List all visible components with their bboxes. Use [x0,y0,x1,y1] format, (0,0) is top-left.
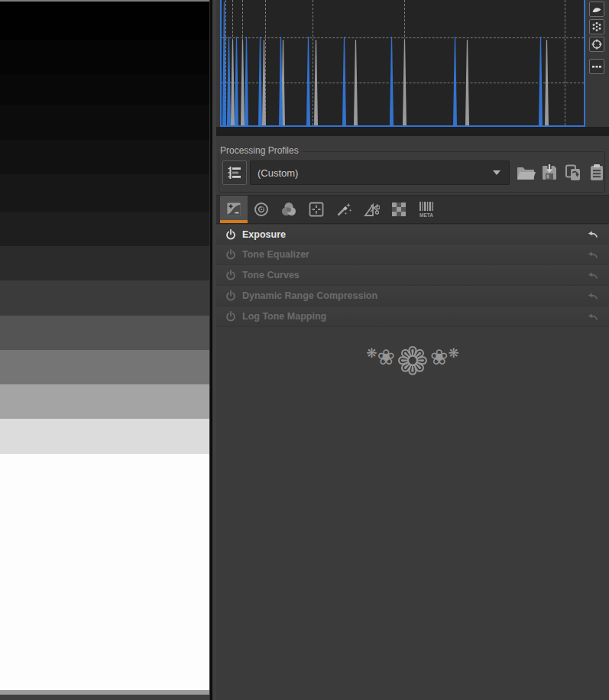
wedge-step [0,105,209,140]
histogram-gridline-vertical [565,0,565,125]
flower-glyph: ❀ [430,347,448,368]
flower-glyph: ❀ [377,347,395,368]
folder-icon [516,164,536,181]
panel-divider-groove[interactable] [210,0,212,700]
chroma-icon [591,21,602,32]
wedge-step [0,280,209,316]
power-toggle[interactable] [225,270,236,280]
histogram-gridline-horizontal [222,83,584,83]
tool-expander-tone-equalizer[interactable]: Tone Equalizer [216,245,609,265]
tool-expander-list: ExposureTone EqualizerTone CurvesDynamic… [216,224,609,327]
crosshair-icon [591,39,602,50]
power-icon [225,249,236,260]
histogram-spike-blue [227,37,231,125]
tab-transform[interactable] [358,196,385,223]
power-toggle[interactable] [225,290,236,301]
detail-tab-icon [253,201,270,218]
histogram-crosshair-button[interactable] [589,37,604,52]
checkerboard-icon [390,201,407,218]
wedge-step [0,350,209,384]
histogram-curve-mode-button[interactable] [589,2,604,17]
histogram-spike-blue [453,37,457,125]
profile-fill-mode-button[interactable] [222,160,247,185]
ellipsis-icon [591,64,602,69]
save-icon [540,164,559,182]
chevron-down-icon [493,170,500,175]
power-icon [225,290,236,301]
histogram-spike-blue [306,37,310,125]
reset-button[interactable] [587,313,598,321]
wedge-step [0,212,209,246]
tool-expander-tone-curves[interactable]: Tone Curves [216,265,609,286]
wedge-step [0,316,209,350]
tool-label: Dynamic Range Compression [242,290,587,301]
histogram-chroma-button[interactable] [589,19,604,34]
reset-arrow-icon [587,271,598,280]
paste-profile-button[interactable] [586,161,607,184]
tool-label: Exposure [242,229,587,240]
tab-color[interactable] [275,196,303,223]
histogram-spike-blue [245,37,248,125]
reset-arrow-icon [587,251,598,259]
flower-glyph: ❁ [397,342,429,381]
reset-arrow-icon [587,292,598,300]
histogram-gridline-horizontal [222,37,584,38]
histogram-options-button[interactable] [589,59,604,74]
floral-ornament: ❋❀❁❀❋ [216,341,609,379]
power-toggle[interactable] [225,249,236,260]
magic-wand-icon [335,201,352,218]
copy-profile-button[interactable] [562,161,584,184]
profile-selected-value: (Custom) [251,167,493,179]
image-preview-pane [0,0,212,700]
histogram-spike-blue [390,37,394,125]
power-toggle[interactable] [225,311,236,322]
tool-expander-log-tone-mapping[interactable]: Log Tone Mapping [216,306,609,327]
flower-glyph: ❋ [366,347,377,360]
tab-metadata[interactable]: META [413,196,440,223]
reset-arrow-icon [587,313,598,321]
reset-button[interactable] [587,292,598,300]
histogram-spike-blue [235,37,238,125]
tool-expander-dynamic-range-compression[interactable]: Dynamic Range Compression [216,286,609,306]
histogram-spike-blue [342,37,346,125]
wedge-step [0,174,209,212]
tool-tab-strip: META [216,195,609,224]
tool-label: Tone Equalizer [242,249,587,260]
power-icon [225,229,236,240]
curve-icon [591,5,602,14]
tab-local-editing[interactable] [303,196,330,223]
save-profile-button[interactable] [539,161,560,184]
tab-effects[interactable] [330,196,358,223]
tool-label: Log Tone Mapping [242,311,587,322]
load-profile-button[interactable] [515,161,536,184]
local-editing-tab-icon [308,201,325,218]
color-tab-icon [280,201,297,218]
profile-action-buttons [515,161,607,184]
reset-button[interactable] [587,251,598,259]
tab-exposure[interactable] [220,196,248,223]
raw-editor-window: Processing Profiles (Custom) META Exposu… [0,0,609,700]
histogram-spike-blue [258,37,262,125]
histogram-plot[interactable] [220,0,585,127]
copy-icon [564,164,582,182]
tab-raw[interactable] [385,196,413,223]
tab-detail[interactable] [248,196,275,223]
power-toggle[interactable] [225,229,236,240]
preview-bottom-edge [0,690,209,695]
reset-button[interactable] [587,230,598,238]
fill-mode-list-icon [226,164,243,181]
transform-tab-icon [363,201,380,218]
metadata-tab-text: META [419,212,433,218]
wedge-step [0,419,209,454]
flower-glyph: ❋ [448,347,458,360]
reset-button[interactable] [587,271,598,280]
histogram-gridline-vertical [313,0,313,125]
step-wedge-image[interactable] [0,2,209,690]
tool-expander-exposure[interactable]: Exposure [216,224,609,245]
power-icon [225,311,236,322]
tool-label: Tone Curves [242,270,587,280]
histogram-canvas [222,0,584,125]
profile-select-dropdown[interactable]: (Custom) [250,160,510,185]
wedge-step [0,384,209,419]
histogram-spike-blue [539,37,543,125]
